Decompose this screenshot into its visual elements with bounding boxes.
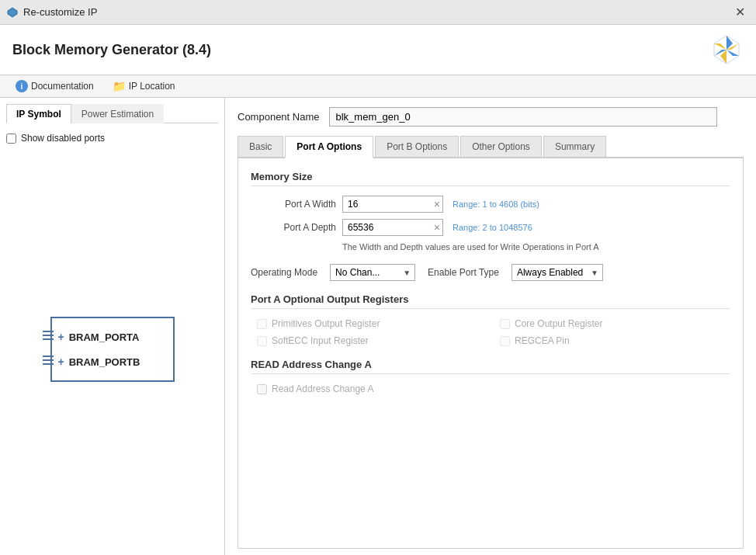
operating-mode-select-wrap: No Chan... Write First Read First No Cha… bbox=[330, 264, 415, 281]
main-title: Block Memory Generator (8.4) bbox=[12, 42, 211, 58]
primitives-output-register-label: Primitives Output Register bbox=[272, 318, 380, 329]
bram-portb-label: BRAM_PORTB bbox=[69, 356, 140, 368]
primitives-output-register-checkbox[interactable] bbox=[257, 319, 267, 329]
port-a-width-label: Port A Width bbox=[251, 199, 336, 210]
info-icon: i bbox=[16, 80, 28, 92]
ip-location-label: IP Location bbox=[129, 81, 175, 92]
right-panel: Component Name Basic Port A Options Port… bbox=[225, 98, 756, 555]
core-output-register-checkbox[interactable] bbox=[500, 319, 510, 329]
plus-icon-a: + bbox=[58, 331, 64, 343]
main-tabs: Basic Port A Options Port B Options Othe… bbox=[238, 136, 744, 158]
operating-mode-select[interactable]: No Chan... Write First Read First No Cha… bbox=[330, 264, 415, 281]
regcea-pin-checkbox[interactable] bbox=[500, 336, 510, 346]
core-output-register-row: Core Output Register bbox=[500, 318, 730, 329]
read-address-title: READ Address Change A bbox=[251, 359, 730, 374]
close-button[interactable]: ✕ bbox=[730, 3, 750, 21]
show-disabled-ports-checkbox[interactable] bbox=[6, 134, 16, 144]
core-output-register-label: Core Output Register bbox=[515, 318, 602, 329]
regcea-pin-row: REGCEA Pin bbox=[500, 335, 730, 346]
memory-size-title: Memory Size bbox=[251, 171, 730, 186]
softecc-input-register-label: SoftECC Input Register bbox=[272, 335, 369, 346]
bram-porta-label: BRAM_PORTA bbox=[69, 331, 140, 343]
read-address-change-label: Read Address Change A bbox=[272, 383, 373, 394]
component-name-row: Component Name bbox=[238, 107, 744, 127]
app-icon bbox=[6, 6, 19, 19]
port-a-depth-input-wrap: × bbox=[342, 219, 443, 236]
softecc-input-register-checkbox[interactable] bbox=[257, 336, 267, 346]
port-a-width-range: Range: 1 to 4608 (bits) bbox=[453, 199, 539, 209]
port-a-depth-clear-button[interactable]: × bbox=[432, 221, 442, 234]
ip-location-button[interactable]: 📁 IP Location bbox=[109, 78, 179, 94]
component-name-input[interactable] bbox=[329, 107, 717, 127]
regcea-pin-label: REGCEA Pin bbox=[515, 335, 570, 346]
read-address-change-checkbox[interactable] bbox=[257, 384, 267, 394]
bram-porta: + BRAM_PORTA bbox=[58, 328, 167, 346]
bram-symbol: + BRAM_PORTA + BRAM_PORTB bbox=[50, 317, 175, 382]
optional-registers-grid: Primitives Output Register Core Output R… bbox=[251, 318, 730, 346]
show-disabled-ports-label: Show disabled ports bbox=[21, 133, 105, 144]
component-name-label: Component Name bbox=[238, 111, 320, 123]
left-tabs: IP Symbol Power Estimation bbox=[6, 104, 218, 123]
optional-registers-section: Port A Optional Output Registers Primiti… bbox=[251, 293, 730, 346]
operating-mode-label: Operating Mode bbox=[251, 267, 317, 278]
toolbar: i Documentation 📁 IP Location bbox=[0, 75, 756, 98]
tab-other-options[interactable]: Other Options bbox=[460, 136, 542, 157]
main-header: Block Memory Generator (8.4) bbox=[0, 25, 756, 75]
port-a-width-input-wrap: × bbox=[342, 196, 443, 213]
tab-content-area: Memory Size Port A Width × Range: 1 to 4… bbox=[238, 158, 744, 549]
titlebar: Re-customize IP ✕ bbox=[0, 0, 756, 25]
content: IP Symbol Power Estimation Show disabled… bbox=[0, 98, 756, 555]
enable-port-type-label: Enable Port Type bbox=[428, 267, 499, 278]
plus-icon-b: + bbox=[58, 356, 64, 368]
documentation-button[interactable]: i Documentation bbox=[12, 78, 97, 94]
port-a-width-input[interactable] bbox=[342, 196, 443, 213]
port-a-depth-range: Range: 2 to 1048576 bbox=[453, 223, 532, 232]
port-a-width-clear-button[interactable]: × bbox=[432, 198, 442, 210]
optional-registers-title: Port A Optional Output Registers bbox=[251, 293, 730, 309]
bram-symbol-area: + BRAM_PORTA + BRAM_PORTB bbox=[6, 147, 218, 552]
tab-ip-symbol[interactable]: IP Symbol bbox=[6, 104, 71, 123]
softecc-input-register-row: SoftECC Input Register bbox=[257, 335, 487, 346]
read-address-section: READ Address Change A Read Address Chang… bbox=[251, 359, 730, 394]
tab-port-a-options[interactable]: Port A Options bbox=[285, 136, 373, 158]
tab-port-b-options[interactable]: Port B Options bbox=[375, 136, 459, 157]
operating-mode-row: Operating Mode No Chan... Write First Re… bbox=[251, 264, 730, 281]
folder-icon: 📁 bbox=[113, 80, 126, 92]
titlebar-title: Re-customize IP bbox=[23, 6, 97, 18]
width-depth-info: The Width and Depth values are used for … bbox=[342, 242, 730, 251]
read-address-checkbox-row: Read Address Change A bbox=[251, 383, 730, 394]
primitives-output-register-row: Primitives Output Register bbox=[257, 318, 487, 329]
documentation-label: Documentation bbox=[31, 81, 94, 92]
tab-power-estimation[interactable]: Power Estimation bbox=[71, 104, 164, 123]
vivado-logo bbox=[709, 33, 744, 67]
memory-size-section: Memory Size Port A Width × Range: 1 to 4… bbox=[251, 171, 730, 251]
port-a-depth-label: Port A Depth bbox=[251, 222, 336, 233]
tab-basic[interactable]: Basic bbox=[238, 136, 283, 157]
titlebar-left: Re-customize IP bbox=[6, 6, 97, 19]
enable-port-type-select[interactable]: Always Enabled Use ENA Pin bbox=[512, 264, 603, 281]
port-a-depth-input[interactable] bbox=[342, 219, 443, 236]
bram-portb: + BRAM_PORTB bbox=[58, 352, 167, 371]
left-panel: IP Symbol Power Estimation Show disabled… bbox=[0, 98, 225, 555]
port-a-width-row: Port A Width × Range: 1 to 4608 (bits) bbox=[251, 196, 730, 213]
tab-summary[interactable]: Summary bbox=[543, 136, 606, 157]
show-disabled-ports-row: Show disabled ports bbox=[6, 130, 218, 147]
svg-marker-0 bbox=[8, 8, 17, 17]
port-a-depth-row: Port A Depth × Range: 2 to 1048576 bbox=[251, 219, 730, 236]
enable-port-type-select-wrap: Always Enabled Use ENA Pin ▼ bbox=[512, 264, 603, 281]
